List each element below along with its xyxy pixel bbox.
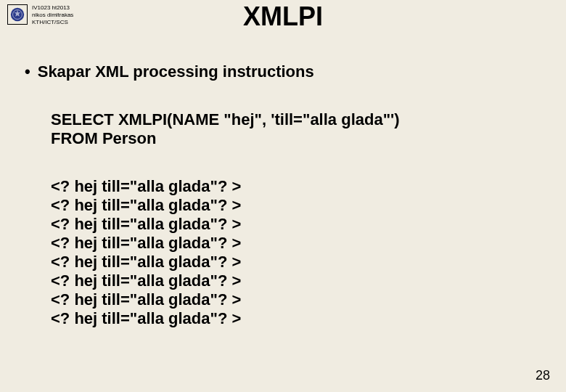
slide-title: XMLPI (0, 1, 566, 32)
output-block: <? hej till="alla glada"? > <? hej till=… (51, 177, 544, 328)
sql-line-2: FROM Person (51, 129, 544, 148)
sql-code-block: SELECT XMLPI(NAME "hej", 'till="alla gla… (51, 110, 544, 148)
bullet-dot-icon: • (25, 62, 30, 81)
output-line: <? hej till="alla glada"? > (51, 177, 544, 196)
bullet-text: Skapar XML processing instructions (38, 62, 314, 81)
output-line: <? hej till="alla glada"? > (51, 290, 544, 309)
page-number: 28 (536, 368, 550, 383)
output-line: <? hej till="alla glada"? > (51, 215, 544, 234)
sql-line-1: SELECT XMLPI(NAME "hej", 'till="alla gla… (51, 110, 544, 129)
output-line: <? hej till="alla glada"? > (51, 309, 544, 328)
output-line: <? hej till="alla glada"? > (51, 271, 544, 290)
output-line: <? hej till="alla glada"? > (51, 253, 544, 271)
output-line: <? hej till="alla glada"? > (51, 234, 544, 253)
slide-content: • Skapar XML processing instructions SEL… (0, 26, 566, 328)
bullet-item: • Skapar XML processing instructions (22, 62, 544, 81)
output-line: <? hej till="alla glada"? > (51, 196, 544, 215)
